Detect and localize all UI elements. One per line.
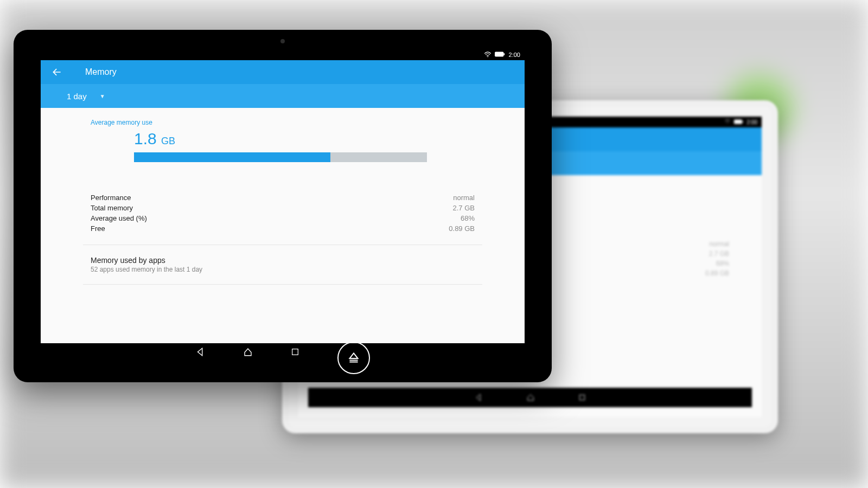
nav-recent-icon — [578, 394, 586, 401]
average-value: 1.8 GB — [134, 130, 475, 148]
app-bar: Memory — [41, 60, 525, 84]
nav-recent-button[interactable] — [291, 348, 299, 358]
nav-back-icon — [195, 347, 205, 357]
stat-label: Average used (%) — [91, 214, 147, 222]
memory-usage-bar-fill — [134, 152, 330, 162]
time-range-spinner[interactable]: 1 day ▼ — [41, 84, 525, 108]
wifi-icon — [724, 119, 731, 125]
svg-rect-0 — [734, 119, 742, 124]
nav-eject-button[interactable] — [337, 342, 370, 374]
primary-tablet-frame: 2:00 Memory 1 day ▼ Average memory use 1… — [14, 30, 552, 382]
nav-home-icon — [526, 393, 535, 402]
stat-value: 68% — [461, 214, 475, 222]
svg-rect-2 — [579, 395, 584, 400]
secondary-navbar — [308, 388, 752, 407]
section-divider — [83, 284, 482, 285]
apps-section-subtitle: 52 apps used memory in the last 1 day — [91, 266, 475, 273]
stat-value: normal — [453, 194, 475, 202]
svg-rect-6 — [292, 349, 298, 355]
battery-icon — [734, 119, 744, 125]
wifi-icon — [484, 52, 492, 59]
svg-rect-1 — [742, 120, 743, 122]
stat-row-performance: Performance normal — [91, 192, 475, 203]
secondary-status-time: 2:00 — [747, 119, 757, 125]
average-label: Average memory use — [91, 119, 475, 126]
stat-row-avgpct: Average used (%) 68% — [91, 213, 475, 223]
nav-back-button[interactable] — [195, 347, 205, 359]
average-section: Average memory use 1.8 GB — [41, 114, 525, 166]
primary-tablet-screen: 2:00 Memory 1 day ▼ Average memory use 1… — [41, 49, 525, 363]
svg-point-3 — [487, 56, 488, 57]
page-title: Memory — [85, 67, 117, 77]
front-camera — [280, 39, 285, 43]
nav-recent-icon — [291, 348, 299, 356]
status-bar: 2:00 — [41, 49, 525, 60]
section-divider — [83, 245, 482, 245]
content-area: Average memory use 1.8 GB Performance no… — [41, 108, 525, 343]
average-number: 1.8 — [134, 130, 157, 147]
stat-label: Total memory — [91, 204, 133, 212]
time-range-value: 1 day — [67, 92, 87, 101]
battery-icon — [495, 52, 506, 58]
stats-section: Performance normal Total memory 2.7 GB A… — [41, 188, 525, 238]
eject-icon — [347, 351, 361, 365]
apps-section[interactable]: Memory used by apps 52 apps used memory … — [41, 252, 525, 278]
stat-label: Performance — [91, 194, 131, 202]
nav-home-button[interactable] — [243, 347, 253, 359]
memory-usage-bar — [134, 152, 427, 162]
nav-back-icon — [474, 393, 483, 402]
apps-section-title: Memory used by apps — [91, 256, 475, 265]
stat-label: Free — [91, 224, 105, 233]
navigation-bar — [41, 343, 525, 363]
nav-home-icon — [243, 347, 253, 357]
average-unit: GB — [161, 136, 175, 146]
stat-value: 0.89 GB — [449, 224, 475, 233]
svg-rect-5 — [503, 53, 505, 55]
stat-row-free: Free 0.89 GB — [91, 223, 475, 234]
svg-rect-4 — [495, 52, 503, 56]
back-arrow-icon[interactable] — [52, 67, 62, 78]
stat-row-total: Total memory 2.7 GB — [91, 203, 475, 213]
status-time: 2:00 — [509, 52, 520, 58]
stat-value: 2.7 GB — [453, 204, 475, 212]
chevron-down-icon: ▼ — [100, 93, 105, 99]
